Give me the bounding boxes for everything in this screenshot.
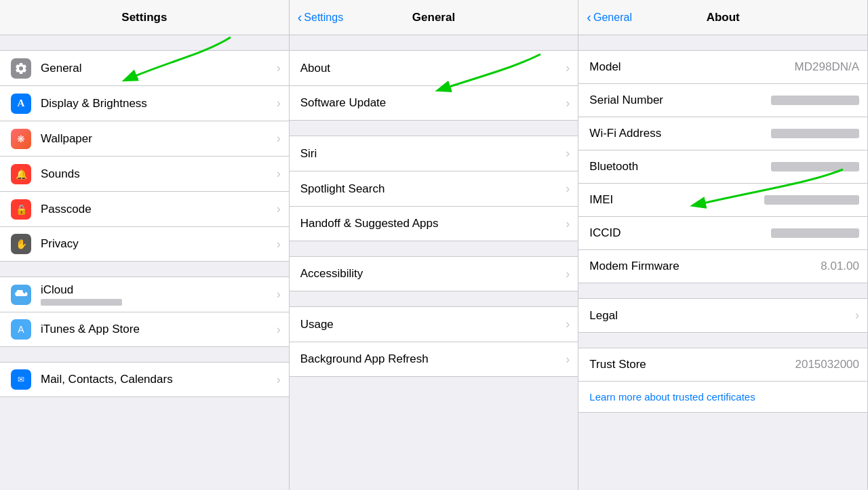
general-item-background-refresh[interactable]: Background App Refresh ›: [290, 342, 578, 377]
settings-item-icloud[interactable]: iCloud ›: [0, 277, 289, 312]
about-group3: Trust Store 2015032000 Learn more about …: [578, 348, 867, 413]
about-back-chevron-icon: ‹: [587, 10, 591, 24]
settings-scroll[interactable]: General › A Display & Brightness › ❋ Wal…: [0, 35, 289, 490]
about-chevron: ›: [566, 61, 570, 75]
settings-item-itunes[interactable]: A iTunes & App Store ›: [0, 312, 289, 347]
icloud-chevron: ›: [277, 287, 281, 302]
about-label: About: [300, 62, 566, 75]
about-item-modem: Modem Firmware 8.01.00: [578, 249, 867, 283]
mail-chevron: ›: [277, 373, 281, 387]
accessibility-label: Accessibility: [300, 267, 566, 281]
wallpaper-icon: ❋: [11, 129, 31, 149]
about-item-serial: Serial Number: [578, 83, 867, 117]
itunes-content: iTunes & App Store: [41, 323, 271, 336]
general-title: General: [412, 11, 455, 24]
about-group1: Model MD298DN/A Serial Number Wi-Fi Addr…: [578, 50, 867, 283]
modem-label: Modem Firmware: [589, 260, 815, 273]
about-back-button[interactable]: ‹ General: [587, 11, 632, 24]
general-item-handoff[interactable]: Handoff & Suggested Apps ›: [290, 206, 578, 241]
learn-more-link[interactable]: Learn more about trusted certificates: [589, 391, 755, 403]
general-item-software-update[interactable]: Software Update ›: [290, 85, 578, 121]
about-nav-bar: ‹ General About: [578, 0, 867, 35]
general-icon: [11, 58, 31, 79]
software-update-label: Software Update: [300, 96, 566, 110]
general-label: General: [41, 62, 271, 75]
back-chevron-icon: ‹: [298, 10, 302, 24]
about-item-legal[interactable]: Legal ›: [578, 298, 867, 333]
settings-column: Settings General › A Display & Brightnes…: [0, 0, 290, 490]
general-column: ‹ Settings General About › Software Upda…: [290, 0, 579, 490]
general-back-label: Settings: [304, 12, 343, 24]
about-item-learn-more[interactable]: Learn more about trusted certificates: [578, 381, 867, 413]
general-nav-bar: ‹ Settings General: [290, 0, 578, 35]
wifi-label: Wi-Fi Address: [589, 127, 766, 140]
usage-chevron: ›: [566, 317, 570, 331]
display-icon: A: [11, 94, 31, 114]
model-value: MD298DN/A: [795, 60, 859, 74]
spotlight-label: Spotlight Search: [300, 182, 566, 196]
about-item-trust-store: Trust Store 2015032000: [578, 348, 867, 381]
serial-label: Serial Number: [589, 94, 766, 107]
usage-label: Usage: [300, 318, 566, 331]
itunes-icon: A: [11, 319, 31, 340]
settings-item-display[interactable]: A Display & Brightness ›: [0, 85, 289, 121]
icloud-icon: [11, 285, 31, 305]
settings-item-wallpaper[interactable]: ❋ Wallpaper ›: [0, 121, 289, 156]
settings-item-privacy[interactable]: ✋ Privacy ›: [0, 226, 289, 262]
general-item-usage[interactable]: Usage ›: [290, 306, 578, 342]
wallpaper-label: Wallpaper: [41, 132, 271, 146]
software-update-chevron: ›: [566, 96, 570, 110]
general-item-siri[interactable]: Siri ›: [290, 136, 578, 171]
about-column: ‹ General About Model MD298DN/A Serial N…: [578, 0, 868, 490]
settings-item-sounds[interactable]: 🔔 Sounds ›: [0, 156, 289, 191]
about-item-iccid: ICCID: [578, 216, 867, 249]
siri-chevron: ›: [566, 146, 570, 161]
background-refresh-label: Background App Refresh: [300, 352, 566, 366]
bluetooth-label: Bluetooth: [589, 160, 766, 173]
settings-item-mail[interactable]: ✉ Mail, Contacts, Calendars ›: [0, 362, 289, 397]
settings-title: Settings: [121, 11, 167, 24]
bluetooth-value: [771, 162, 859, 171]
display-label: Display & Brightness: [41, 97, 271, 110]
general-item-spotlight[interactable]: Spotlight Search ›: [290, 171, 578, 206]
spotlight-chevron: ›: [566, 182, 570, 196]
general-item-about[interactable]: About ›: [290, 50, 578, 85]
about-scroll[interactable]: Model MD298DN/A Serial Number Wi-Fi Addr…: [578, 35, 867, 490]
background-refresh-chevron: ›: [566, 352, 570, 367]
legal-chevron: ›: [855, 308, 859, 323]
accessibility-chevron: ›: [566, 267, 570, 281]
general-back-button[interactable]: ‹ Settings: [298, 11, 343, 24]
settings-item-general[interactable]: General ›: [0, 50, 289, 85]
general-group3: Accessibility ›: [290, 256, 578, 291]
passcode-chevron: ›: [277, 202, 281, 216]
about-item-bluetooth: Bluetooth: [578, 150, 867, 183]
wallpaper-chevron: ›: [277, 131, 281, 146]
about-item-model: Model MD298DN/A: [578, 50, 867, 83]
icloud-label: iCloud: [41, 283, 271, 297]
general-item-accessibility[interactable]: Accessibility ›: [290, 256, 578, 291]
settings-group3: ✉ Mail, Contacts, Calendars ›: [0, 362, 289, 397]
handoff-chevron: ›: [566, 217, 570, 231]
model-label: Model: [589, 60, 789, 74]
about-item-imei: IMEI: [578, 183, 867, 216]
privacy-content: Privacy: [41, 237, 271, 251]
sounds-label: Sounds: [41, 167, 271, 181]
general-group2: Siri › Spotlight Search › Handoff & Sugg…: [290, 136, 578, 241]
sounds-chevron: ›: [277, 167, 281, 181]
display-chevron: ›: [277, 96, 281, 110]
handoff-label: Handoff & Suggested Apps: [300, 217, 566, 230]
passcode-content: Passcode: [41, 203, 271, 216]
itunes-label: iTunes & App Store: [41, 323, 271, 336]
mail-icon: ✉: [11, 369, 31, 390]
iccid-label: ICCID: [589, 226, 766, 240]
icloud-sublabel: [41, 299, 122, 306]
wifi-value: [771, 129, 859, 138]
general-scroll[interactable]: About › Software Update › Siri › Spotlig…: [290, 35, 578, 490]
mail-label: Mail, Contacts, Calendars: [41, 373, 271, 386]
settings-item-passcode[interactable]: 🔒 Passcode ›: [0, 191, 289, 226]
privacy-chevron: ›: [277, 237, 281, 251]
modem-value: 8.01.00: [821, 260, 859, 273]
privacy-label: Privacy: [41, 237, 271, 251]
display-content: Display & Brightness: [41, 97, 271, 110]
about-item-wifi: Wi-Fi Address: [578, 117, 867, 150]
